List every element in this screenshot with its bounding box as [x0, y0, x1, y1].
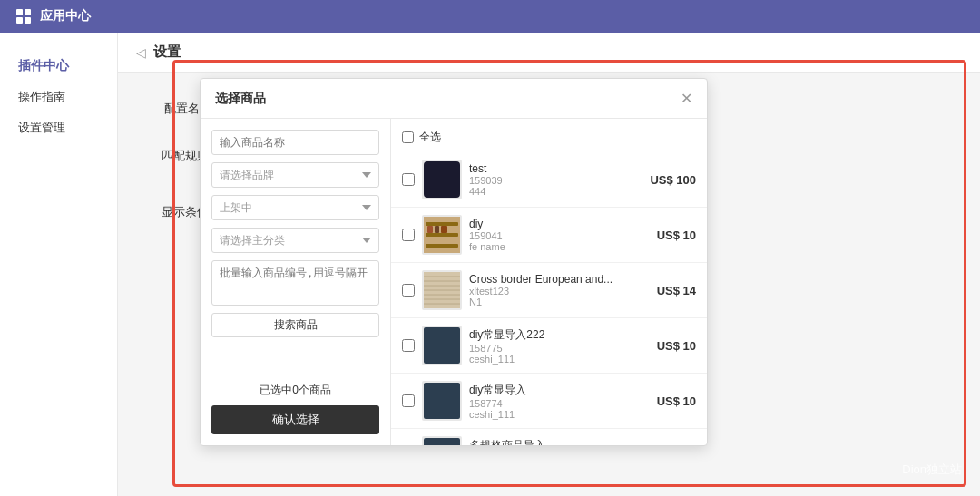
product-name: 多规格商品导入	[469, 438, 650, 446]
fabric-image	[424, 272, 460, 308]
product-price: US$ 100	[650, 173, 696, 187]
watermark: Dion独立站	[902, 462, 962, 478]
category-select[interactable]: 请选择主分类	[211, 228, 379, 253]
sku-batch-input[interactable]	[211, 260, 379, 306]
product-checkbox[interactable]	[402, 173, 415, 186]
product-image	[422, 160, 462, 199]
svg-rect-1	[24, 9, 31, 15]
page-title: 设置	[153, 44, 181, 61]
product-variant: ceshi_111	[469, 409, 650, 420]
modal-body: 请选择品牌 上架中 请选择主分类 搜索商品 已选中0个商品 确认选择	[201, 119, 707, 445]
confirm-select-button[interactable]: 确认选择	[211, 405, 379, 434]
product-variant: N1	[469, 297, 650, 307]
sidebar-item-plugin-center[interactable]: 插件中心	[0, 51, 117, 82]
app-icon	[15, 7, 33, 25]
product-item[interactable]: diy 159041 fe name US$ 10	[391, 208, 707, 263]
svg-rect-2	[16, 17, 23, 24]
product-item[interactable]: diy常显导入222 158775 ceshi_111 US$ 10	[391, 318, 707, 374]
product-image	[422, 326, 462, 365]
hoodie-image	[424, 161, 460, 198]
product-info: diy常显导入222 158775 ceshi_111	[469, 327, 650, 365]
product-info: 多规格商品导入 158753 ceshi_111	[469, 438, 650, 446]
product-name-search[interactable]	[211, 130, 379, 155]
product-sku: 158775	[469, 343, 650, 354]
product-checkbox[interactable]	[402, 394, 415, 407]
sidebar: 插件中心 操作指南 设置管理	[0, 33, 118, 496]
product-price: US$ 10	[657, 339, 696, 353]
main-content: ◁ 设置 配置名称* 匹配规则 ? 选择	[118, 33, 980, 496]
app-title: 应用中心	[40, 8, 91, 24]
shelf-image	[424, 217, 460, 253]
svg-rect-8	[427, 226, 433, 233]
product-name: diy常显导入	[469, 383, 650, 398]
svg-rect-5	[426, 222, 458, 226]
product-variant: fe name	[469, 241, 650, 252]
modal-header: 选择商品 ✕	[201, 79, 707, 119]
brand-select[interactable]: 请选择品牌	[211, 162, 379, 188]
product-name: test	[469, 162, 642, 175]
svg-rect-0	[16, 9, 23, 15]
product-info: diy 159041 fe name	[469, 218, 650, 252]
product-name: diy	[469, 218, 650, 230]
status-select[interactable]: 上架中	[211, 195, 379, 220]
selected-count: 已选中0个商品	[211, 383, 379, 398]
product-item[interactable]: 多规格商品导入 158753 ceshi_111 US$ 10	[391, 429, 707, 445]
product-name: diy常显导入222	[469, 327, 650, 343]
product-info: diy常显导入 158774 ceshi_111	[469, 383, 650, 420]
product-item[interactable]: Cross border European and... xltest123 N…	[391, 263, 707, 318]
modal-close-button[interactable]: ✕	[681, 90, 692, 107]
dark-image	[424, 383, 460, 419]
product-item[interactable]: diy常显导入 158774 ceshi_111 US$ 10	[391, 374, 707, 429]
page-header: ◁ 设置	[118, 33, 980, 73]
product-sku: 159039	[469, 175, 642, 186]
product-image	[422, 270, 462, 310]
sidebar-item-operation-guide[interactable]: 操作指南	[0, 82, 117, 112]
product-checkbox[interactable]	[402, 284, 415, 297]
svg-rect-10	[441, 226, 447, 233]
svg-rect-7	[426, 244, 458, 248]
product-name: Cross border European and...	[469, 273, 650, 286]
top-nav: 应用中心	[0, 0, 980, 33]
modal-right-panel: 全选 test 159039 444	[391, 119, 707, 445]
modal-left-panel: 请选择品牌 上架中 请选择主分类 搜索商品 已选中0个商品 确认选择	[201, 119, 391, 445]
select-all-checkbox[interactable]	[402, 131, 414, 143]
product-price: US$ 14	[657, 284, 696, 297]
dark-image	[424, 438, 460, 445]
dark-image	[424, 327, 460, 364]
product-image	[422, 436, 462, 445]
sidebar-item-settings-mgmt[interactable]: 设置管理	[0, 112, 117, 143]
svg-rect-3	[24, 17, 31, 24]
product-variant: ceshi_111	[469, 354, 650, 365]
svg-rect-9	[435, 226, 439, 233]
product-variant: 444	[469, 186, 642, 197]
product-info: Cross border European and... xltest123 N…	[469, 273, 650, 307]
product-sku: 159041	[469, 230, 650, 241]
select-product-modal: 选择商品 ✕ 请选择品牌 上架中 请选择主分类 搜索	[200, 78, 708, 446]
product-price: US$ 10	[657, 229, 696, 242]
select-all-label: 全选	[419, 130, 441, 145]
modal-title: 选择商品	[215, 91, 266, 107]
product-checkbox[interactable]	[402, 339, 415, 352]
svg-rect-6	[426, 233, 458, 237]
product-sku: 158774	[469, 398, 650, 409]
product-image	[422, 215, 462, 255]
product-sku: xltest123	[469, 286, 650, 297]
product-item[interactable]: test 159039 444 US$ 100	[391, 152, 707, 208]
search-product-button[interactable]: 搜索商品	[211, 313, 379, 337]
product-info: test 159039 444	[469, 162, 642, 197]
product-checkbox[interactable]	[402, 229, 415, 241]
modal-right-header: 全选	[391, 126, 707, 152]
product-list: test 159039 444 US$ 100	[391, 152, 707, 445]
back-button[interactable]: ◁	[136, 45, 146, 60]
product-image	[422, 381, 462, 421]
product-price: US$ 10	[657, 394, 696, 408]
